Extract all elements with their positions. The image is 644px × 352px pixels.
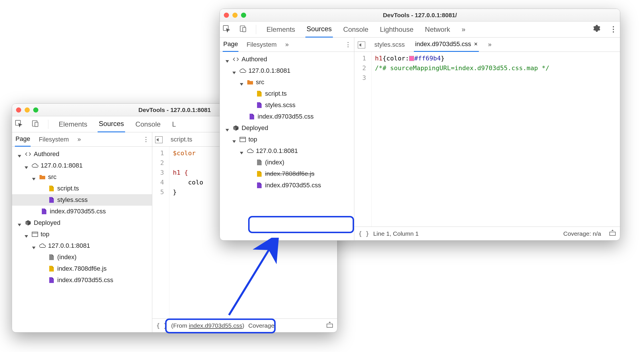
panel-toggle-icon[interactable] <box>358 41 365 48</box>
tab-console[interactable]: Console <box>134 116 162 132</box>
file-icon <box>48 277 55 284</box>
tree-deployed[interactable]: Deployed <box>12 217 152 229</box>
tab-overflow-cut[interactable]: L <box>171 116 177 132</box>
tree-styles[interactable]: styles.scss <box>12 194 152 206</box>
tree-css2[interactable]: index.d9703d55.css <box>12 274 152 286</box>
tree-css[interactable]: index.d9703d55.css <box>12 206 152 217</box>
svg-rect-5 <box>327 324 333 327</box>
tree-src[interactable]: src <box>220 76 354 88</box>
tree-index[interactable]: (index) <box>220 157 354 168</box>
code-content: $color h1 { colo } <box>169 147 207 318</box>
sidebar-tab-more[interactable]: » <box>77 132 82 147</box>
tab-sources[interactable]: Sources <box>305 21 333 38</box>
code-icon <box>25 151 31 158</box>
file-icon <box>256 90 263 97</box>
zoom-icon[interactable] <box>33 107 38 113</box>
cloud-icon <box>239 67 246 74</box>
line-gutter: 12345 <box>152 147 169 318</box>
zoom-icon[interactable] <box>241 13 246 18</box>
sources-sidebar: Page Filesystem » ⋮ Authored 127.0.0.1:8… <box>12 132 152 332</box>
divider <box>48 120 48 129</box>
code-icon <box>232 56 239 63</box>
file-icon <box>48 196 55 203</box>
inspect-icon[interactable] <box>15 120 22 129</box>
box-icon <box>232 125 239 131</box>
traffic-lights <box>224 13 246 18</box>
code-editor[interactable]: 123 h1{color:#ff69b4} /*# sourceMappingU… <box>354 52 620 227</box>
tree-script[interactable]: script.ts <box>12 183 152 194</box>
devtools-window-front: DevTools - 127.0.0.1:8081/ Elements Sour… <box>220 9 620 241</box>
file-icon <box>48 254 55 261</box>
inspect-icon[interactable] <box>223 25 230 34</box>
tree-top[interactable]: top <box>12 229 152 240</box>
status-coverage: Coverage: n/a <box>563 230 601 237</box>
tree-styles[interactable]: styles.scss <box>220 99 354 111</box>
file-tab-script[interactable]: script.ts <box>170 132 193 147</box>
tab-network[interactable]: Network <box>424 21 451 38</box>
file-tab-css[interactable]: index.d9703d55.css× <box>414 38 479 52</box>
tab-console[interactable]: Console <box>342 21 370 38</box>
sidebar-tab-page[interactable]: Page <box>15 132 31 147</box>
pretty-print-icon[interactable]: { } <box>358 230 369 237</box>
main-toolbar: Elements Sources Console Lighthouse Netw… <box>220 21 620 38</box>
sidebar-tab-filesystem[interactable]: Filesystem <box>38 132 69 147</box>
body: Page Filesystem » ⋮ Authored 127.0.0.1:8… <box>220 38 620 240</box>
editor-tabstrip: styles.scss index.d9703d55.css× » <box>354 38 620 52</box>
close-icon[interactable] <box>224 13 229 18</box>
tree-script[interactable]: script.ts <box>220 88 354 99</box>
file-icon <box>48 265 55 272</box>
traffic-lights <box>16 107 38 113</box>
sidebar-tab-more[interactable]: » <box>285 38 289 52</box>
tree-js-cut[interactable]: index.7808df6e.js <box>220 168 354 180</box>
sidebar-tabs: Page Filesystem » ⋮ <box>12 132 152 147</box>
close-tab-icon[interactable]: × <box>474 40 478 48</box>
sidebar-tabs: Page Filesystem » ⋮ <box>220 38 354 52</box>
folder-icon <box>247 79 254 86</box>
minimize-icon[interactable] <box>232 13 238 18</box>
tree-src[interactable]: src <box>12 171 152 183</box>
tree-authored[interactable]: Authored <box>220 54 354 65</box>
device-toggle-icon[interactable] <box>239 25 247 34</box>
titlebar: DevTools - 127.0.0.1:8081/ <box>220 9 620 21</box>
kebab-icon[interactable]: ⋮ <box>610 25 617 34</box>
panel-toggle-icon[interactable] <box>155 136 163 143</box>
sidebar-tab-filesystem[interactable]: Filesystem <box>246 38 277 52</box>
tab-elements[interactable]: Elements <box>58 116 88 132</box>
tree-host[interactable]: 127.0.0.1:8081 <box>12 160 152 171</box>
file-icon <box>256 170 263 177</box>
tab-more[interactable]: » <box>461 21 467 38</box>
drawer-toggle-icon[interactable] <box>609 230 616 237</box>
pretty-print-icon[interactable]: { } <box>156 322 167 329</box>
gear-icon[interactable] <box>593 25 600 34</box>
tree-js[interactable]: index.7808df6e.js <box>12 263 152 274</box>
file-tree: Authored 127.0.0.1:8081 src script.ts st… <box>12 147 152 332</box>
color-swatch[interactable] <box>409 56 414 61</box>
file-icon <box>256 182 263 189</box>
tree-host2[interactable]: 127.0.0.1:8081 <box>220 145 354 157</box>
tree-host2[interactable]: 127.0.0.1:8081 <box>12 240 152 251</box>
minimize-icon[interactable] <box>25 107 30 113</box>
tab-elements[interactable]: Elements <box>265 21 296 38</box>
file-tab-styles[interactable]: styles.scss <box>373 38 406 52</box>
tab-sources[interactable]: Sources <box>98 116 125 132</box>
kebab-icon[interactable]: ⋮ <box>345 41 351 48</box>
tree-authored[interactable]: Authored <box>12 148 152 160</box>
tree-deployed[interactable]: Deployed <box>220 122 354 134</box>
tree-index[interactable]: (index) <box>12 251 152 263</box>
drawer-toggle-icon[interactable] <box>326 322 333 329</box>
tree-css[interactable]: index.d9703d55.css <box>220 111 354 122</box>
frame-icon <box>31 231 38 238</box>
window-title: DevTools - 127.0.0.1:8081/ <box>220 12 620 19</box>
divider <box>256 25 256 34</box>
close-icon[interactable] <box>16 107 21 113</box>
sidebar-tab-page[interactable]: Page <box>223 38 238 52</box>
sources-sidebar: Page Filesystem » ⋮ Authored 127.0.0.1:8… <box>220 38 354 240</box>
kebab-icon[interactable]: ⋮ <box>143 136 149 143</box>
cloud-icon <box>247 148 254 154</box>
tree-css2[interactable]: index.d9703d55.css <box>220 180 354 191</box>
tab-lighthouse[interactable]: Lighthouse <box>379 21 414 38</box>
tree-top[interactable]: top <box>220 134 354 145</box>
file-tab-more[interactable]: » <box>487 38 493 52</box>
device-toggle-icon[interactable] <box>31 120 39 129</box>
tree-host[interactable]: 127.0.0.1:8081 <box>220 65 354 76</box>
